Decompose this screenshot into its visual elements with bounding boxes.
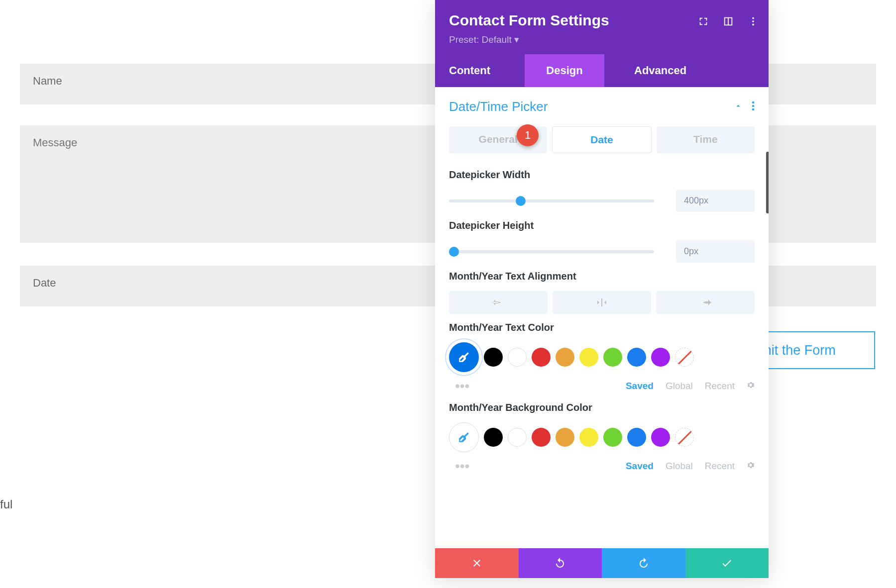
width-slider[interactable]: [449, 199, 654, 202]
height-value[interactable]: 0px: [676, 240, 755, 263]
bg-swatch-blue[interactable]: [627, 428, 646, 447]
height-label: Datepicker Height: [449, 220, 755, 231]
cat-global[interactable]: Global: [666, 381, 693, 392]
sub-tab-time[interactable]: Time: [657, 126, 755, 153]
preset-dropdown[interactable]: Preset: Default ▾: [449, 34, 755, 45]
bg-color-picker[interactable]: [449, 422, 479, 452]
text-color-picker[interactable]: [449, 342, 479, 372]
gear-icon[interactable]: [747, 381, 755, 392]
swatch-red[interactable]: [532, 348, 551, 367]
bg-swatch-black[interactable]: [484, 428, 503, 447]
svg-point-4: [752, 104, 754, 106]
svg-point-1: [752, 20, 754, 22]
sub-tab-date[interactable]: Date: [552, 126, 651, 153]
align-center[interactable]: [553, 291, 651, 314]
bg-cat-recent[interactable]: Recent: [705, 461, 735, 472]
svg-point-2: [752, 24, 754, 26]
section-more-icon[interactable]: [752, 101, 755, 113]
scrollbar[interactable]: [766, 152, 769, 213]
svg-point-3: [752, 101, 754, 103]
cat-saved[interactable]: Saved: [626, 381, 654, 392]
settings-panel: Contact Form Settings Preset: Default ▾ …: [435, 0, 769, 578]
height-slider[interactable]: [449, 250, 654, 253]
tab-design[interactable]: Design: [525, 54, 604, 87]
cat-recent[interactable]: Recent: [705, 381, 735, 392]
name-placeholder: Name: [33, 75, 62, 87]
width-value[interactable]: 400px: [676, 190, 755, 212]
bg-cat-global[interactable]: Global: [666, 461, 693, 472]
align-right[interactable]: [656, 291, 755, 314]
text-color-label: Month/Year Text Color: [449, 322, 755, 333]
bg-swatch-none[interactable]: [675, 428, 694, 447]
date-placeholder: Date: [33, 277, 56, 289]
sub-tabs: General Date Time 1: [449, 126, 755, 153]
swatch-yellow[interactable]: [579, 348, 598, 367]
align-label: Month/Year Text Alignment: [449, 271, 755, 282]
bg-swatch-more[interactable]: •••: [455, 458, 469, 474]
svg-point-0: [752, 17, 754, 19]
section-title[interactable]: Date/Time Picker: [449, 99, 548, 114]
panel-body: Date/Time Picker General Date Time 1 Dat…: [435, 87, 769, 548]
panel-header: Contact Form Settings Preset: Default ▾: [435, 0, 769, 54]
stray-text: ful: [0, 497, 12, 511]
height-slider-thumb[interactable]: [449, 247, 459, 257]
confirm-button[interactable]: [685, 548, 769, 578]
swatch-black[interactable]: [484, 348, 503, 367]
redo-button[interactable]: [602, 548, 685, 578]
bg-gear-icon[interactable]: [747, 461, 755, 472]
bg-cat-saved[interactable]: Saved: [626, 461, 654, 472]
swatch-white[interactable]: [508, 348, 527, 367]
tab-content[interactable]: Content: [435, 54, 525, 87]
width-slider-thumb[interactable]: [516, 196, 526, 206]
bg-color-label: Month/Year Background Color: [449, 402, 755, 413]
undo-button[interactable]: [519, 548, 602, 578]
annotation-badge-1: 1: [517, 124, 539, 146]
panel-footer: [435, 548, 769, 578]
bg-swatch-white[interactable]: [508, 428, 527, 447]
bg-swatch-red[interactable]: [532, 428, 551, 447]
swatch-orange[interactable]: [556, 348, 574, 367]
collapse-icon[interactable]: [734, 101, 743, 112]
width-label: Datepicker Width: [449, 169, 755, 181]
expand-icon[interactable]: [698, 16, 709, 29]
bg-swatch-orange[interactable]: [556, 428, 574, 447]
caret-down-icon: ▾: [514, 34, 519, 45]
bg-swatch-purple[interactable]: [651, 428, 670, 447]
svg-point-5: [752, 108, 754, 110]
columns-icon[interactable]: [723, 16, 734, 29]
text-swatch-more[interactable]: •••: [455, 378, 469, 394]
swatch-green[interactable]: [603, 348, 622, 367]
swatch-purple[interactable]: [651, 348, 670, 367]
bg-swatch-yellow[interactable]: [579, 428, 598, 447]
bg-swatch-green[interactable]: [603, 428, 622, 447]
main-tabs: Content Design Advanced: [435, 54, 769, 87]
swatch-blue[interactable]: [627, 348, 646, 367]
close-button[interactable]: [435, 548, 519, 578]
more-icon[interactable]: [748, 16, 759, 29]
swatch-none[interactable]: [675, 348, 694, 367]
align-left[interactable]: [449, 291, 548, 314]
tab-advanced[interactable]: Advanced: [604, 54, 769, 87]
